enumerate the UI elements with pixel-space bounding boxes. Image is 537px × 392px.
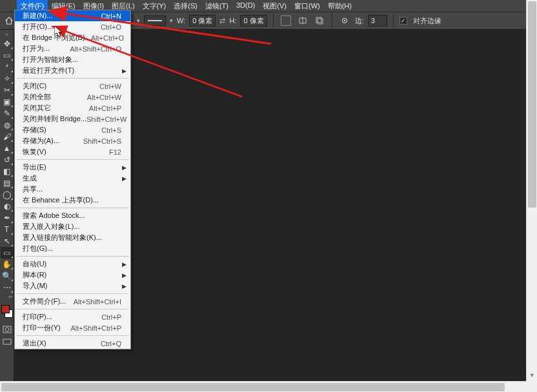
menu-item[interactable]: 在 Bridge 中浏览(B)...Alt+Ctrl+O <box>15 32 130 43</box>
menu-item[interactable]: 置入链接的智能对象(K)... <box>15 232 130 243</box>
menu-item[interactable]: 最近打开文件(T)▶ <box>15 65 130 76</box>
menubar-item[interactable]: 选择(S) <box>170 0 201 12</box>
menu-item[interactable]: 打开(O)...Ctrl+O <box>15 21 130 32</box>
edge-label: 边: <box>355 16 364 26</box>
tool-history-brush[interactable]: ↺ <box>1 154 14 166</box>
scroll-down-button[interactable]: ▼ <box>527 370 537 381</box>
tool-path-select[interactable]: ↖ <box>1 235 14 247</box>
color-well[interactable] <box>1 305 13 318</box>
height-field[interactable]: 0 像素 <box>240 15 267 26</box>
horizontal-scrollbar[interactable] <box>0 381 537 392</box>
menu-item[interactable]: 导入(M)▶ <box>15 280 130 291</box>
menu-item-shortcut: Alt+Shift+Ctrl+O <box>70 45 121 53</box>
menu-item[interactable]: 关闭其它Alt+Ctrl+P <box>15 103 130 113</box>
svg-rect-0 <box>5 1 14 10</box>
menu-item[interactable]: 导出(E)▶ <box>15 162 130 173</box>
menubar-item[interactable]: 帮助(H) <box>324 0 356 12</box>
tool-pen[interactable]: ✒ <box>1 212 14 224</box>
tool-edit-toolbar[interactable]: ⋯ <box>1 282 14 293</box>
menu-item-shortcut: Shift+Ctrl+W <box>86 115 127 123</box>
menu-item[interactable]: 在 Behance 上共享(D)... <box>15 195 130 206</box>
align-edges-checkbox[interactable]: ✓ <box>400 17 407 24</box>
menu-item-shortcut: Alt+Shift+Ctrl+I <box>74 298 121 306</box>
menu-item[interactable]: 打开为智能对象... <box>15 54 130 65</box>
gear-icon[interactable] <box>338 14 351 27</box>
menu-item[interactable]: 搜索 Adobe Stock... <box>15 210 130 221</box>
tool-spot-heal[interactable]: ◍ <box>1 119 14 131</box>
menubar-item[interactable]: 窗口(W) <box>290 0 324 12</box>
menu-item[interactable]: 置入嵌入对象(L)... <box>15 221 130 232</box>
tool-crop[interactable]: ✂ <box>1 84 14 96</box>
tool-zoom[interactable]: 🔍 <box>1 270 14 282</box>
menubar-item[interactable]: 文字(Y) <box>139 0 170 12</box>
menu-item[interactable]: 关闭全部Alt+Ctrl+W <box>15 92 130 103</box>
vertical-scroll-thumb[interactable] <box>528 1 536 208</box>
align-icon[interactable] <box>296 14 309 27</box>
menu-item-label: 脚本(R) <box>23 270 46 280</box>
tool-rect-marquee[interactable]: ▭ <box>1 50 14 61</box>
menu-item-shortcut: F12 <box>109 148 121 156</box>
vertical-scrollbar[interactable]: ▲ ▼ <box>526 0 537 392</box>
menubar-item[interactable]: 3D(D) <box>232 0 259 12</box>
tool-type[interactable]: T <box>1 224 14 235</box>
menu-item-shortcut: Alt+Ctrl+W <box>87 93 121 101</box>
menu-item[interactable]: 打印一份(Y)Alt+Shift+Ctrl+P <box>15 322 130 333</box>
home-icon[interactable] <box>3 15 15 26</box>
path-ops-icon[interactable] <box>279 14 292 27</box>
swap-colors-icon[interactable]: ⤺ <box>1 294 13 300</box>
tool-dodge[interactable]: ◐ <box>1 201 14 212</box>
tool-frame[interactable]: ▣ <box>1 96 14 108</box>
menu-item[interactable]: 恢复(V)F12 <box>15 146 130 157</box>
menu-item-label: 导入(M) <box>23 281 48 291</box>
link-wh-icon[interactable]: ⇄ <box>219 17 225 25</box>
tool-eyedropper[interactable]: ✎ <box>1 108 14 119</box>
tool-magic-wand[interactable]: ✧ <box>1 73 14 84</box>
stroke-style-picker[interactable] <box>144 15 166 26</box>
toolbox: » ✥▭ᔊ✧✂▣✎◍🖌▲↺◧▤◯◐✒T↖▭✋🔍⋯ ⤺ <box>0 30 14 389</box>
expand-toolbox-icon[interactable]: » <box>1 31 14 37</box>
menu-item[interactable]: 脚本(R)▶ <box>15 270 130 280</box>
menu-item[interactable]: 打印(P)...Ctrl+P <box>15 311 130 322</box>
foreground-color-swatch[interactable] <box>1 305 10 313</box>
quickmask-icon[interactable] <box>1 324 14 335</box>
tool-clone[interactable]: ▲ <box>1 142 14 154</box>
submenu-arrow-icon: ▶ <box>122 175 127 182</box>
menu-item-shortcut: Ctrl+O <box>101 23 121 31</box>
tool-brush[interactable]: 🖌 <box>1 131 14 142</box>
app-window: 文件(F)编辑(E)图像(I)图层(L)文字(Y)选择(S)滤镜(T)3D(D)… <box>0 0 533 389</box>
menu-item[interactable]: 新建(N)...Ctrl+N <box>15 10 130 21</box>
menu-item[interactable]: 打开为...Alt+Shift+Ctrl+O <box>15 43 130 54</box>
menu-item[interactable]: 生成▶ <box>15 173 130 184</box>
svg-point-6 <box>343 20 345 22</box>
menu-item[interactable]: 退出(X)Ctrl+Q <box>15 338 130 349</box>
arrange-icon[interactable] <box>313 14 326 27</box>
horizontal-scroll-thumb[interactable] <box>1 383 505 391</box>
menubar-item[interactable]: 视图(V) <box>259 0 290 12</box>
menu-item[interactable]: 打包(G)... <box>15 243 130 254</box>
menu-item-label: 自动(U) <box>23 259 46 269</box>
menu-item-label: 关闭(C) <box>23 81 46 91</box>
edge-field[interactable]: 3 <box>368 15 387 26</box>
tool-eraser[interactable]: ◧ <box>1 166 14 177</box>
menu-item[interactable]: 共享... <box>15 184 130 195</box>
tool-rectangle[interactable]: ▭ <box>1 247 14 259</box>
tool-lasso[interactable]: ᔊ <box>1 61 14 73</box>
menu-item[interactable]: 存储为(A)...Shift+Ctrl+S <box>15 135 130 146</box>
menu-item[interactable]: 文件简介(F)...Alt+Shift+Ctrl+I <box>15 296 130 307</box>
menubar-item[interactable]: 滤镜(T) <box>201 0 232 12</box>
tool-gradient[interactable]: ▤ <box>1 177 14 189</box>
width-field[interactable]: 0 像素 <box>189 15 216 26</box>
screenmode-icon[interactable] <box>1 336 14 348</box>
align-edges-label: 对齐边缘 <box>413 16 441 26</box>
menu-item[interactable]: 存储(S)Ctrl+S <box>15 124 130 135</box>
tool-hand[interactable]: ✋ <box>1 259 14 270</box>
menu-item-label: 置入链接的智能对象(K)... <box>23 233 102 242</box>
tool-move[interactable]: ✥ <box>1 38 14 50</box>
tool-blur[interactable]: ◯ <box>1 189 14 201</box>
menu-item[interactable]: 关闭并转到 Bridge...Shift+Ctrl+W <box>15 113 130 124</box>
menu-divider <box>16 335 129 336</box>
menu-item-label: 打印(P)... <box>23 312 52 322</box>
menu-item-label: 存储为(A)... <box>23 136 59 146</box>
menu-item[interactable]: 自动(U)▶ <box>15 259 130 270</box>
menu-item[interactable]: 关闭(C)Ctrl+W <box>15 81 130 92</box>
